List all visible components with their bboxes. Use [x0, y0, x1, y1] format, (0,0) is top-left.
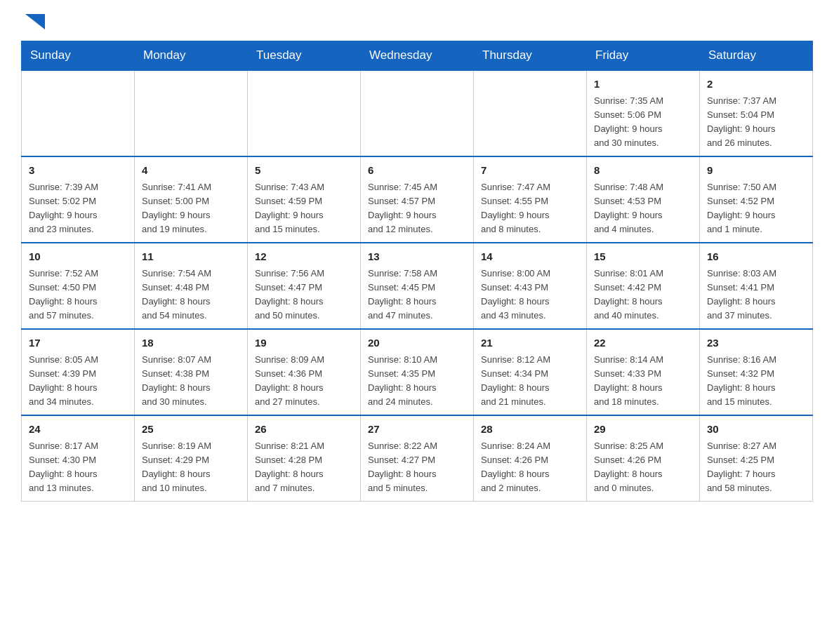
- header: [21, 14, 813, 34]
- day-info: Sunrise: 7:54 AM Sunset: 4:48 PM Dayligh…: [142, 267, 240, 323]
- calendar-cell: 8Sunrise: 7:48 AM Sunset: 4:53 PM Daylig…: [587, 156, 700, 243]
- day-number: 3: [29, 163, 127, 179]
- day-number: 6: [368, 163, 466, 179]
- calendar-cell: 5Sunrise: 7:43 AM Sunset: 4:59 PM Daylig…: [248, 156, 361, 243]
- calendar-week-row: 24Sunrise: 8:17 AM Sunset: 4:30 PM Dayli…: [22, 415, 813, 502]
- day-number: 9: [707, 163, 805, 179]
- calendar-cell: [248, 70, 361, 156]
- day-number: 15: [594, 249, 692, 265]
- day-number: 17: [29, 335, 127, 351]
- day-info: Sunrise: 7:48 AM Sunset: 4:53 PM Dayligh…: [594, 180, 692, 237]
- day-number: 25: [142, 422, 240, 438]
- calendar-cell: 23Sunrise: 8:16 AM Sunset: 4:32 PM Dayli…: [700, 329, 813, 415]
- day-number: 12: [255, 249, 353, 265]
- day-number: 18: [142, 335, 240, 351]
- day-info: Sunrise: 8:17 AM Sunset: 4:30 PM Dayligh…: [29, 439, 127, 496]
- day-number: 16: [707, 249, 805, 265]
- calendar-cell: 25Sunrise: 8:19 AM Sunset: 4:29 PM Dayli…: [135, 415, 248, 502]
- calendar-cell: 20Sunrise: 8:10 AM Sunset: 4:35 PM Dayli…: [361, 329, 474, 415]
- col-thursday: Thursday: [474, 41, 587, 71]
- day-info: Sunrise: 7:45 AM Sunset: 4:57 PM Dayligh…: [368, 180, 466, 237]
- col-wednesday: Wednesday: [361, 41, 474, 71]
- day-number: 14: [481, 249, 579, 265]
- calendar-cell: 4Sunrise: 7:41 AM Sunset: 5:00 PM Daylig…: [135, 156, 248, 243]
- svg-marker-0: [25, 14, 45, 29]
- day-info: Sunrise: 7:41 AM Sunset: 5:00 PM Dayligh…: [142, 180, 240, 237]
- day-number: 22: [594, 335, 692, 351]
- calendar-cell: 29Sunrise: 8:25 AM Sunset: 4:26 PM Dayli…: [587, 415, 700, 502]
- calendar-week-row: 17Sunrise: 8:05 AM Sunset: 4:39 PM Dayli…: [22, 329, 813, 415]
- day-info: Sunrise: 7:35 AM Sunset: 5:06 PM Dayligh…: [594, 94, 692, 151]
- calendar-cell: 16Sunrise: 8:03 AM Sunset: 4:41 PM Dayli…: [700, 243, 813, 329]
- calendar-cell: [135, 70, 248, 156]
- day-number: 20: [368, 335, 466, 351]
- day-info: Sunrise: 7:50 AM Sunset: 4:52 PM Dayligh…: [707, 180, 805, 237]
- day-number: 24: [29, 422, 127, 438]
- day-info: Sunrise: 8:21 AM Sunset: 4:28 PM Dayligh…: [255, 439, 353, 496]
- calendar-cell: 28Sunrise: 8:24 AM Sunset: 4:26 PM Dayli…: [474, 415, 587, 502]
- calendar-cell: 7Sunrise: 7:47 AM Sunset: 4:55 PM Daylig…: [474, 156, 587, 243]
- day-number: 29: [594, 422, 692, 438]
- day-info: Sunrise: 8:00 AM Sunset: 4:43 PM Dayligh…: [481, 267, 579, 323]
- day-number: 28: [481, 422, 579, 438]
- day-number: 11: [142, 249, 240, 265]
- day-info: Sunrise: 8:07 AM Sunset: 4:38 PM Dayligh…: [142, 353, 240, 410]
- day-info: Sunrise: 8:27 AM Sunset: 4:25 PM Dayligh…: [707, 439, 805, 496]
- calendar-cell: 3Sunrise: 7:39 AM Sunset: 5:02 PM Daylig…: [22, 156, 135, 243]
- calendar-cell: 10Sunrise: 7:52 AM Sunset: 4:50 PM Dayli…: [22, 243, 135, 329]
- calendar-cell: 11Sunrise: 7:54 AM Sunset: 4:48 PM Dayli…: [135, 243, 248, 329]
- day-number: 1: [594, 76, 692, 93]
- day-info: Sunrise: 7:56 AM Sunset: 4:47 PM Dayligh…: [255, 267, 353, 323]
- day-number: 30: [707, 422, 805, 438]
- day-info: Sunrise: 7:43 AM Sunset: 4:59 PM Dayligh…: [255, 180, 353, 237]
- day-info: Sunrise: 8:03 AM Sunset: 4:41 PM Dayligh…: [707, 267, 805, 323]
- day-info: Sunrise: 7:39 AM Sunset: 5:02 PM Dayligh…: [29, 180, 127, 237]
- calendar-cell: 18Sunrise: 8:07 AM Sunset: 4:38 PM Dayli…: [135, 329, 248, 415]
- day-info: Sunrise: 8:09 AM Sunset: 4:36 PM Dayligh…: [255, 353, 353, 410]
- day-info: Sunrise: 8:01 AM Sunset: 4:42 PM Dayligh…: [594, 267, 692, 323]
- calendar-cell: 22Sunrise: 8:14 AM Sunset: 4:33 PM Dayli…: [587, 329, 700, 415]
- calendar-header-row: Sunday Monday Tuesday Wednesday Thursday…: [22, 41, 813, 71]
- calendar-cell: 19Sunrise: 8:09 AM Sunset: 4:36 PM Dayli…: [248, 329, 361, 415]
- col-tuesday: Tuesday: [248, 41, 361, 71]
- calendar-week-row: 10Sunrise: 7:52 AM Sunset: 4:50 PM Dayli…: [22, 243, 813, 329]
- calendar-cell: 24Sunrise: 8:17 AM Sunset: 4:30 PM Dayli…: [22, 415, 135, 502]
- col-friday: Friday: [587, 41, 700, 71]
- calendar-cell: 14Sunrise: 8:00 AM Sunset: 4:43 PM Dayli…: [474, 243, 587, 329]
- calendar-week-row: 1Sunrise: 7:35 AM Sunset: 5:06 PM Daylig…: [22, 70, 813, 156]
- day-info: Sunrise: 8:16 AM Sunset: 4:32 PM Dayligh…: [707, 353, 805, 410]
- day-info: Sunrise: 7:58 AM Sunset: 4:45 PM Dayligh…: [368, 267, 466, 323]
- calendar-table: Sunday Monday Tuesday Wednesday Thursday…: [21, 41, 813, 502]
- day-number: 4: [142, 163, 240, 179]
- day-info: Sunrise: 7:47 AM Sunset: 4:55 PM Dayligh…: [481, 180, 579, 237]
- calendar-cell: 2Sunrise: 7:37 AM Sunset: 5:04 PM Daylig…: [700, 70, 813, 156]
- col-saturday: Saturday: [700, 41, 813, 71]
- calendar-cell: [474, 70, 587, 156]
- calendar-cell: 17Sunrise: 8:05 AM Sunset: 4:39 PM Dayli…: [22, 329, 135, 415]
- day-number: 2: [707, 76, 805, 93]
- day-number: 23: [707, 335, 805, 351]
- day-number: 7: [481, 163, 579, 179]
- day-number: 5: [255, 163, 353, 179]
- calendar-cell: 26Sunrise: 8:21 AM Sunset: 4:28 PM Dayli…: [248, 415, 361, 502]
- day-info: Sunrise: 8:05 AM Sunset: 4:39 PM Dayligh…: [29, 353, 127, 410]
- day-info: Sunrise: 8:10 AM Sunset: 4:35 PM Dayligh…: [368, 353, 466, 410]
- day-info: Sunrise: 7:52 AM Sunset: 4:50 PM Dayligh…: [29, 267, 127, 323]
- col-sunday: Sunday: [22, 41, 135, 71]
- day-info: Sunrise: 8:22 AM Sunset: 4:27 PM Dayligh…: [368, 439, 466, 496]
- col-monday: Monday: [135, 41, 248, 71]
- day-info: Sunrise: 8:12 AM Sunset: 4:34 PM Dayligh…: [481, 353, 579, 410]
- calendar-cell: 15Sunrise: 8:01 AM Sunset: 4:42 PM Dayli…: [587, 243, 700, 329]
- page: Sunday Monday Tuesday Wednesday Thursday…: [0, 0, 834, 516]
- calendar-cell: 1Sunrise: 7:35 AM Sunset: 5:06 PM Daylig…: [587, 70, 700, 156]
- day-number: 19: [255, 335, 353, 351]
- calendar-cell: 27Sunrise: 8:22 AM Sunset: 4:27 PM Dayli…: [361, 415, 474, 502]
- day-info: Sunrise: 8:14 AM Sunset: 4:33 PM Dayligh…: [594, 353, 692, 410]
- calendar-cell: 9Sunrise: 7:50 AM Sunset: 4:52 PM Daylig…: [700, 156, 813, 243]
- day-info: Sunrise: 8:25 AM Sunset: 4:26 PM Dayligh…: [594, 439, 692, 496]
- logo: [21, 14, 48, 34]
- calendar-week-row: 3Sunrise: 7:39 AM Sunset: 5:02 PM Daylig…: [22, 156, 813, 243]
- day-number: 10: [29, 249, 127, 265]
- calendar-cell: 6Sunrise: 7:45 AM Sunset: 4:57 PM Daylig…: [361, 156, 474, 243]
- day-number: 8: [594, 163, 692, 179]
